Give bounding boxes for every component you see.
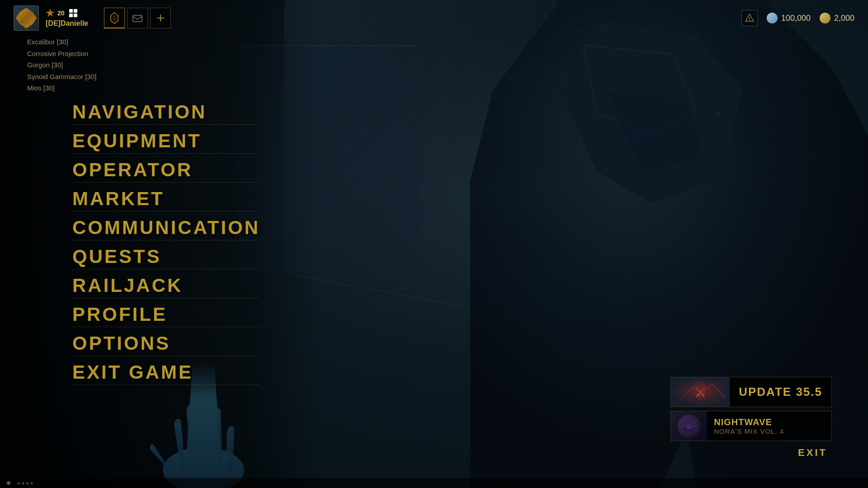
bottom-right-panels: UPDATE 35.5 NIGHTWAVE NORA'S MIX VOL. 4	[670, 377, 832, 461]
svg-point-7	[749, 20, 750, 21]
nightwave-title: NIGHTWAVE	[714, 417, 784, 427]
svg-point-1	[714, 108, 723, 117]
platinum-currency: 100,000	[767, 13, 811, 23]
menu-item-options[interactable]: OPTIONS	[72, 331, 260, 356]
menu-item-exit-game[interactable]: EXIT GAME	[72, 360, 260, 385]
menu-item-communication[interactable]: COMMUNICATION	[72, 215, 260, 240]
loadout-info: Excalibur [30] Corrosive Projection Gorg…	[27, 36, 96, 94]
nightwave-thumbnail	[671, 411, 707, 441]
svg-point-10	[687, 424, 691, 428]
currency-block: 100,000 2,000	[741, 10, 854, 26]
player-name-block: 20 [DE]Danielle	[46, 9, 88, 28]
loadout-secondary: Synoid Gammacor [30]	[27, 71, 96, 83]
loadout-melee: Mios [30]	[27, 82, 96, 94]
menu-item-navigation[interactable]: NAVIGATION	[72, 99, 260, 125]
mastery-rank-number: 20	[57, 9, 65, 17]
warframe-nav-button[interactable]	[104, 8, 125, 28]
credits-amount: 2,000	[834, 14, 854, 23]
update-panel[interactable]: UPDATE 35.5	[670, 377, 832, 407]
status-bar: ● ● ● ●	[0, 478, 868, 488]
menu-item-quests[interactable]: QUESTS	[72, 244, 260, 269]
platinum-amount: 100,000	[781, 14, 811, 23]
nightwave-panel[interactable]: NIGHTWAVE NORA'S MIX VOL. 4	[670, 411, 832, 441]
platinum-icon	[767, 13, 778, 23]
status-indicator-1	[7, 481, 10, 485]
header-actions	[104, 8, 171, 28]
player-section: 20 [DE]Danielle	[14, 5, 171, 31]
exit-button[interactable]: EXIT	[793, 445, 832, 461]
nightwave-subtitle: NORA'S MIX VOL. 4	[714, 427, 784, 435]
status-text: ● ● ● ●	[17, 480, 33, 486]
mastery-rank: 20	[46, 9, 88, 18]
player-name: [DE]Danielle	[46, 19, 88, 28]
credits-currency: 2,000	[820, 13, 854, 23]
mastery-rank-icon	[46, 9, 55, 18]
add-button[interactable]	[150, 8, 171, 28]
loadout-aura: Corrosive Projection	[27, 48, 96, 60]
menu-item-railjack[interactable]: RAILJACK	[72, 273, 260, 298]
svg-rect-8	[671, 377, 730, 407]
svg-rect-3	[133, 15, 142, 22]
nightwave-text: NIGHTWAVE NORA'S MIX VOL. 4	[707, 417, 791, 435]
credits-icon	[820, 13, 830, 23]
loadout-warframe: Excalibur [30]	[27, 36, 96, 48]
menu-item-operator[interactable]: OPERATOR	[72, 157, 260, 183]
alert-icon[interactable]	[741, 10, 758, 26]
platform-windows-icon	[69, 9, 77, 17]
update-label: UPDATE 35.5	[730, 385, 831, 399]
main-menu: NAVIGATION EQUIPMENT OPERATOR MARKET COM…	[72, 99, 260, 385]
loadout-primary: Gorgon [30]	[27, 59, 96, 71]
player-avatar	[14, 5, 39, 31]
menu-item-equipment[interactable]: EQUIPMENT	[72, 128, 260, 154]
update-thumbnail	[671, 377, 730, 407]
header: 20 [DE]Danielle	[0, 0, 868, 36]
inbox-button[interactable]	[127, 8, 148, 28]
menu-item-profile[interactable]: PROFILE	[72, 302, 260, 327]
menu-item-market[interactable]: MARKET	[72, 186, 260, 211]
nora-icon	[678, 415, 700, 437]
